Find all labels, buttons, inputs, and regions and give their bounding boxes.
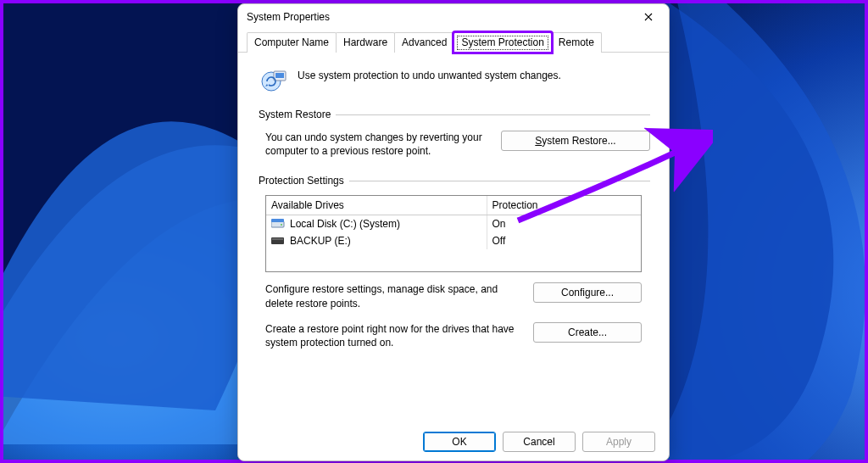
tab-advanced[interactable]: Advanced: [394, 32, 454, 53]
tab-system-protection[interactable]: System Protection: [453, 32, 551, 53]
system-restore-group: System Restore You can undo system chang…: [257, 109, 650, 170]
drive-name: BACKUP (E:): [290, 235, 351, 247]
drive-icon: [271, 219, 285, 229]
drives-table[interactable]: Available Drives Protection Local Disk (…: [265, 195, 642, 272]
table-row[interactable]: Local Disk (C:) (System) On: [266, 215, 641, 232]
drive-status: Off: [487, 232, 641, 249]
system-restore-legend: System Restore: [257, 109, 336, 120]
system-properties-dialog: System Properties Computer Name Hardware…: [237, 3, 670, 461]
tab-computer-name[interactable]: Computer Name: [247, 32, 337, 53]
configure-button[interactable]: Configure...: [533, 282, 642, 303]
drive-name: Local Disk (C:) (System): [290, 218, 400, 230]
dialog-buttons: OK Cancel Apply: [423, 432, 655, 452]
table-row[interactable]: BACKUP (E:) Off: [266, 232, 641, 249]
titlebar: System Properties: [238, 4, 669, 30]
system-restore-button[interactable]: System Restore...: [501, 131, 650, 151]
create-button[interactable]: Create...: [533, 322, 642, 343]
system-protection-icon: [260, 66, 289, 95]
svg-point-7: [281, 224, 282, 226]
protection-settings-legend: Protection Settings: [257, 175, 349, 187]
tab-panel: Use system protection to undo unwanted s…: [238, 53, 669, 373]
configure-text: Configure restore settings, manage disk …: [265, 282, 516, 310]
col-protection: Protection: [487, 196, 641, 215]
col-available-drives: Available Drives: [266, 196, 487, 215]
system-restore-text: You can undo system changes by reverting…: [257, 131, 484, 158]
drive-icon: [271, 236, 285, 246]
cancel-button[interactable]: Cancel: [503, 432, 576, 452]
svg-rect-9: [272, 238, 283, 240]
drives-header: Available Drives Protection: [266, 196, 641, 215]
tab-remote[interactable]: Remote: [551, 32, 602, 53]
svg-rect-6: [271, 219, 284, 222]
drive-status: On: [487, 215, 641, 232]
svg-rect-4: [275, 73, 284, 78]
dialog-title: System Properties: [247, 11, 330, 23]
close-button[interactable]: [637, 8, 660, 25]
apply-button[interactable]: Apply: [582, 432, 655, 452]
intro-text: Use system protection to undo unwanted s…: [298, 66, 561, 81]
tabstrip: Computer Name Hardware Advanced System P…: [238, 30, 669, 53]
protection-settings-group: Protection Settings Available Drives Pro…: [257, 175, 650, 373]
create-text: Create a restore point right now for the…: [265, 322, 516, 349]
tab-hardware[interactable]: Hardware: [336, 32, 395, 53]
ok-button[interactable]: OK: [423, 432, 496, 452]
